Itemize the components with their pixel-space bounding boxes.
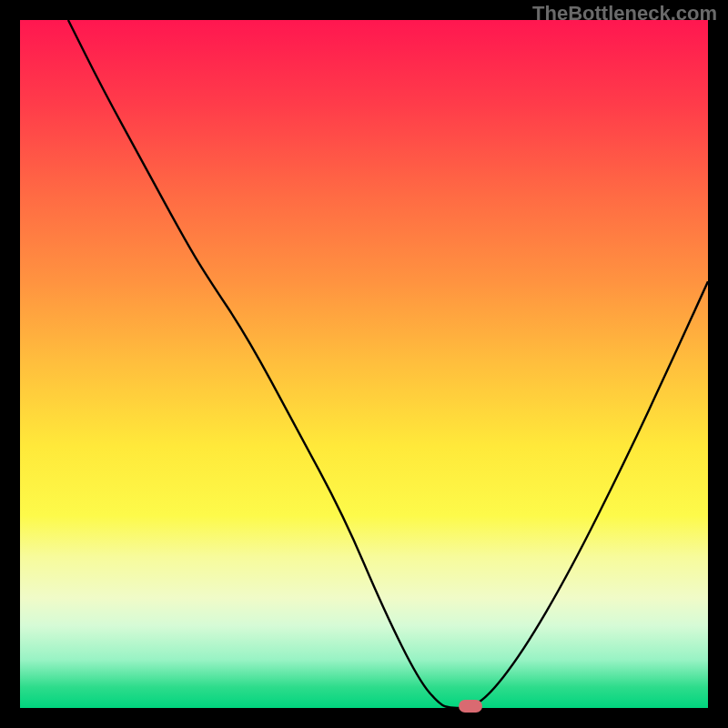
chart-plot-area [20,20,708,708]
watermark-text: TheBottleneck.com [532,2,717,25]
bottleneck-curve [20,20,708,708]
optimal-point-marker [459,700,482,713]
